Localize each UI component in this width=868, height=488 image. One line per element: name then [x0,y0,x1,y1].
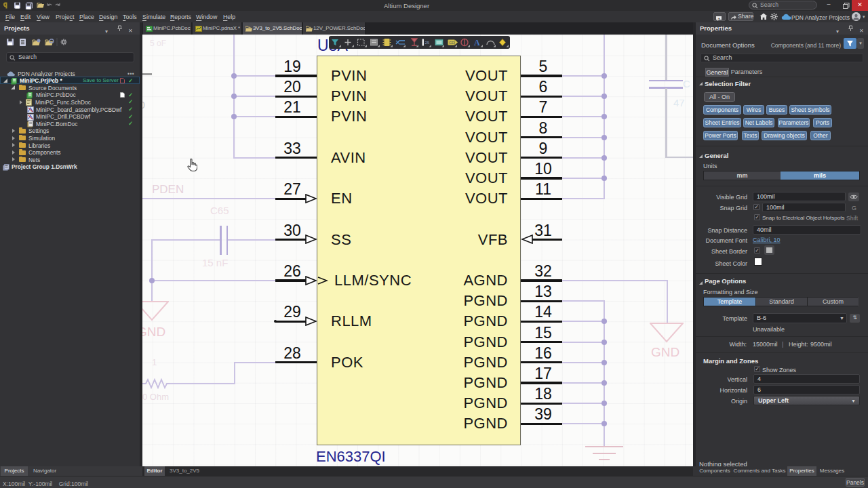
svg-text:+: + [718,16,721,20]
svg-text:25: 25 [425,41,430,45]
svg-text:GD: GD [449,41,454,45]
svg-text:A: A [474,38,480,47]
